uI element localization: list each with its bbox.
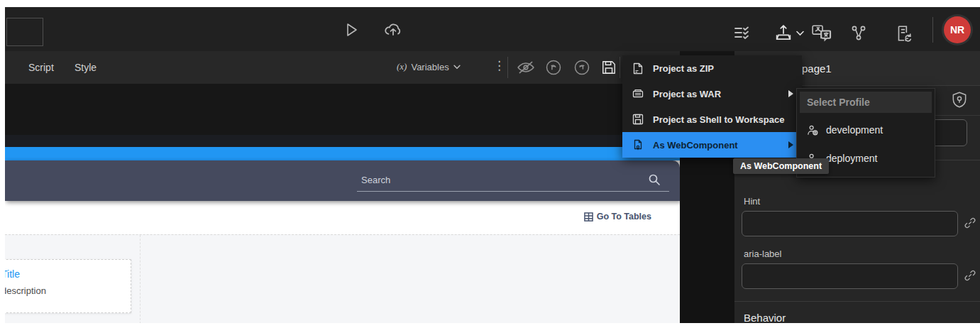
submenu-item-development[interactable]: development bbox=[797, 116, 935, 144]
selection-highlight-bar bbox=[5, 147, 680, 160]
designer-toolbar: Script Style (x) Variables ⋮ bbox=[5, 51, 680, 84]
zip-file-icon bbox=[632, 62, 644, 75]
document-refresh-icon bbox=[894, 24, 913, 43]
card-widget[interactable]: Title description bbox=[5, 259, 131, 313]
preview-toggle-button[interactable] bbox=[516, 59, 536, 76]
run-button[interactable] bbox=[340, 18, 363, 41]
eye-off-icon bbox=[517, 60, 535, 75]
search-icon[interactable] bbox=[648, 173, 661, 186]
panel-title: page1 bbox=[802, 62, 832, 75]
redo-button[interactable] bbox=[573, 58, 591, 77]
table-grid-icon bbox=[584, 212, 593, 222]
workspace-shell-icon bbox=[632, 114, 644, 125]
network-share-icon bbox=[850, 25, 867, 42]
save-icon bbox=[601, 60, 617, 75]
webcomponent-icon bbox=[632, 139, 644, 151]
chevron-down-icon bbox=[796, 31, 804, 36]
partial-toolbar-button[interactable] bbox=[6, 18, 43, 46]
menu-item-project-as-shell[interactable]: Project as Shell to Workspace bbox=[622, 107, 802, 132]
bind-link-icon[interactable] bbox=[964, 217, 976, 229]
hint-field-label: Hint bbox=[744, 196, 760, 207]
variables-label: Variables bbox=[411, 62, 448, 72]
task-list-button[interactable] bbox=[733, 25, 751, 40]
menu-item-project-as-zip[interactable]: Project as ZIP bbox=[622, 55, 802, 81]
cloud-upload-icon bbox=[383, 20, 403, 40]
tab-style[interactable]: Style bbox=[75, 62, 97, 73]
redo-icon bbox=[573, 59, 590, 76]
page-header-bar bbox=[5, 160, 680, 201]
sync-document-button[interactable] bbox=[893, 23, 913, 43]
toolbar-divider bbox=[620, 57, 620, 78]
widget-column: Title description bbox=[5, 235, 141, 323]
aria-label-field-label: aria-label bbox=[744, 249, 781, 259]
menu-item-label: Project as ZIP bbox=[653, 63, 714, 74]
design-canvas: Go To Tables Title description bbox=[5, 135, 680, 323]
more-options-button[interactable]: ⋮ bbox=[493, 58, 505, 73]
submenu-header: Select Profile bbox=[800, 92, 932, 113]
save-button[interactable] bbox=[600, 58, 618, 77]
menu-item-as-webcomponent[interactable]: As WebComponent bbox=[622, 132, 802, 158]
war-file-icon bbox=[632, 88, 644, 99]
shield-pin-icon[interactable] bbox=[950, 91, 969, 109]
menu-item-label: Project as Shell to Workspace bbox=[653, 114, 784, 125]
profile-development-icon bbox=[807, 124, 819, 136]
card-description: description bbox=[5, 285, 131, 296]
user-avatar[interactable]: NR bbox=[944, 16, 971, 43]
search-input[interactable] bbox=[357, 172, 669, 192]
toolbar-divider bbox=[932, 17, 933, 43]
variables-dropdown[interactable]: (x) Variables bbox=[397, 61, 461, 72]
export-dropdown-menu: Project as ZIP Project as WAR Project as… bbox=[622, 55, 802, 158]
submenu-arrow-icon bbox=[788, 141, 793, 148]
x-glyph-icon: (x) bbox=[397, 61, 407, 72]
go-to-tables-link[interactable]: Go To Tables bbox=[584, 212, 651, 222]
publish-button[interactable] bbox=[381, 18, 405, 42]
menu-item-label: Project as WAR bbox=[653, 89, 721, 99]
submenu-arrow-icon bbox=[788, 90, 793, 97]
localization-button[interactable] bbox=[810, 23, 834, 44]
play-icon bbox=[343, 21, 360, 38]
menu-item-label: As WebComponent bbox=[653, 140, 738, 151]
undo-icon bbox=[545, 59, 562, 76]
as-webcomponent-tooltip: As WebComponent bbox=[733, 158, 829, 174]
hint-field-input[interactable] bbox=[742, 211, 958, 236]
top-toolbar: NR bbox=[5, 7, 980, 51]
translate-icon bbox=[811, 23, 832, 43]
checklist-icon bbox=[734, 26, 751, 40]
export-icon bbox=[773, 23, 793, 43]
card-title: Title bbox=[5, 268, 131, 280]
export-button[interactable] bbox=[771, 23, 805, 44]
tab-script[interactable]: Script bbox=[28, 62, 54, 73]
page-content-area: Title description bbox=[5, 234, 680, 323]
share-button[interactable] bbox=[849, 24, 868, 43]
panel-divider bbox=[734, 301, 980, 302]
page-top-strip bbox=[5, 135, 680, 147]
toolbar-divider bbox=[507, 57, 508, 78]
submenu-item-label: development bbox=[826, 124, 883, 136]
submenu-item-label: deployment bbox=[826, 153, 877, 164]
chevron-down-icon bbox=[453, 65, 461, 70]
studio-window: NR Script Style (x) Variables ⋮ bbox=[5, 7, 980, 323]
menu-item-project-as-war[interactable]: Project as WAR bbox=[622, 81, 802, 107]
behavior-section-header: Behavior bbox=[744, 312, 786, 323]
screenshot-stage: NR Script Style (x) Variables ⋮ bbox=[0, 0, 980, 333]
undo-button[interactable] bbox=[544, 58, 563, 77]
aria-label-field-input[interactable] bbox=[742, 263, 958, 289]
bind-link-icon[interactable] bbox=[964, 269, 976, 282]
go-to-tables-label: Go To Tables bbox=[597, 212, 651, 222]
